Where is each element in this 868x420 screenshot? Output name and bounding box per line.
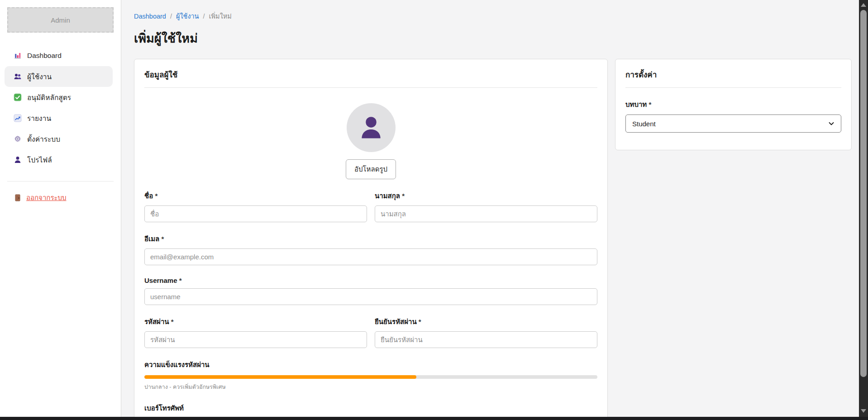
sidebar-item-users[interactable]: ผู้ใช้งาน [5,66,113,87]
password-input[interactable] [144,331,367,348]
username-input[interactable] [144,288,597,305]
sidebar-item-profile[interactable]: โปรไฟล์ [5,149,113,170]
logout-link[interactable]: ออกจากระบบ [0,192,121,203]
confirm-password-field-group: ยืนยันรหัสผ่าน * [375,316,597,348]
sidebar-item-label: Dashboard [27,52,62,60]
breadcrumb-current: เพิ่มใหม่ [209,11,232,21]
sidebar: Admin Dashboard ผู้ใช้งาน อนุมัติหลักสูต… [0,0,121,420]
role-select[interactable]: Student [625,115,841,133]
email-label: อีเมล * [144,234,597,244]
app-window: Admin Dashboard ผู้ใช้งาน อนุมัติหลักสูต… [0,0,868,420]
breadcrumb: Dashboard / ผู้ใช้งาน / เพิ่มใหม่ [134,11,852,21]
role-field-group: บทบาท * Student [625,99,841,133]
breadcrumb-dashboard[interactable]: Dashboard [134,13,166,20]
role-row: บทบาท * Student [625,99,841,133]
sidebar-item-dashboard[interactable]: Dashboard [5,45,113,66]
avatar [347,103,396,152]
user-info-card: ข้อมูลผู้ใช้ อัปโหลดรูป ชื่อ * [134,59,608,420]
brand-logo: Admin [7,7,114,33]
sidebar-nav: Dashboard ผู้ใช้งาน อนุมัติหลักสูตร รายง… [0,45,121,170]
trend-chart-icon [14,114,22,122]
upload-photo-button[interactable]: อัปโหลดรูป [346,159,396,179]
password-strength-label: ความแข็งแรงรหัสผ่าน [144,359,597,370]
last-name-field-group: นามสกุล * [375,191,597,222]
username-label: Username * [144,277,597,284]
email-row: อีเมล * [144,234,597,265]
sidebar-item-system-settings[interactable]: ตั้งค่าระบบ [5,129,113,149]
page-title: เพิ่มผู้ใช้ใหม่ [134,29,852,48]
scrollbar-thumb[interactable] [860,10,867,377]
password-strength-hint: ปานกลาง - ควรเพิ่มตัวอักษรพิเศษ [144,382,597,391]
users-icon [14,72,22,81]
sidebar-item-label: อนุมัติหลักสูตร [27,92,71,103]
bar-chart-icon [14,52,22,60]
password-strength-track [144,375,597,379]
password-strength-fill [144,375,416,379]
sidebar-divider [7,181,114,181]
card-title-divider [144,87,597,88]
breadcrumb-separator: / [170,13,172,20]
card-title: ข้อมูลผู้ใช้ [144,68,597,81]
username-field-group: Username * [144,277,597,305]
person-icon [14,156,22,164]
settings-title: การตั้งค่า [625,68,841,81]
avatar-person-icon [357,113,386,142]
phone-label: เบอร์โทรศัพท์ [144,403,597,414]
scrollbar-down-arrow-icon[interactable] [861,409,866,413]
last-name-input[interactable] [375,205,597,222]
confirm-password-input[interactable] [375,331,597,348]
email-input[interactable] [144,248,597,265]
content-row: ข้อมูลผู้ใช้ อัปโหลดรูป ชื่อ * [134,59,852,420]
breadcrumb-users[interactable]: ผู้ใช้งาน [176,11,199,21]
settings-title-divider [625,87,841,88]
role-label: บทบาท * [625,99,841,110]
logout-label: ออกจากระบบ [26,192,67,203]
window-bottom-edge [0,417,868,420]
password-label: รหัสผ่าน * [144,316,367,327]
name-row: ชื่อ * นามสกุล * [144,191,597,222]
sidebar-item-label: โปรไฟล์ [27,154,52,166]
password-strength-section: ความแข็งแรงรหัสผ่าน ปานกลาง - ควรเพิ่มตั… [144,359,597,391]
door-icon [14,194,22,202]
breadcrumb-separator: / [203,13,205,20]
first-name-label: ชื่อ * [144,191,367,201]
confirm-password-label: ยืนยันรหัสผ่าน * [375,316,597,327]
gear-icon [14,135,22,143]
settings-card: การตั้งค่า บทบาท * Student [615,59,852,150]
vertical-scrollbar[interactable] [859,0,868,420]
sidebar-item-label: ผู้ใช้งาน [27,71,52,82]
sidebar-item-label: รายงาน [27,113,51,124]
scrollbar-up-arrow-icon[interactable] [861,3,866,7]
username-row: Username * [144,277,597,305]
password-field-group: รหัสผ่าน * [144,316,367,348]
email-field-group: อีเมล * [144,234,597,265]
first-name-input[interactable] [144,205,367,222]
first-name-field-group: ชื่อ * [144,191,367,222]
brand-label: Admin [51,16,70,24]
sidebar-item-approve-courses[interactable]: อนุมัติหลักสูตร [5,87,113,108]
chevron-down-icon [828,120,835,127]
check-icon [14,93,22,101]
role-selected-value: Student [632,120,656,128]
main-content: Dashboard / ผู้ใช้งาน / เพิ่มใหม่ เพิ่มผ… [121,0,859,420]
sidebar-item-label: ตั้งค่าระบบ [27,134,60,145]
last-name-label: นามสกุล * [375,191,597,201]
sidebar-item-reports[interactable]: รายงาน [5,108,113,129]
password-row: รหัสผ่าน * ยืนยันรหัสผ่าน * [144,316,597,348]
avatar-section: อัปโหลดรูป [144,103,597,179]
